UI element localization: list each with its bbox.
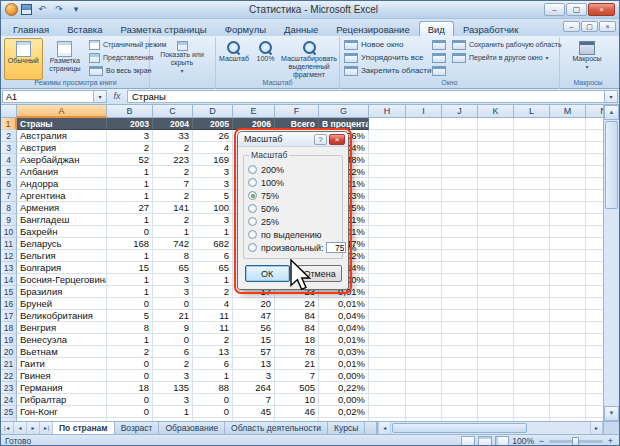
- ribbon-tab[interactable]: Формулы: [216, 21, 275, 36]
- cell[interactable]: [369, 382, 406, 394]
- row-header[interactable]: 24: [1, 394, 17, 406]
- cell[interactable]: [369, 370, 406, 382]
- cell[interactable]: [478, 274, 514, 286]
- dialog-help-icon[interactable]: ?: [314, 134, 327, 145]
- cell[interactable]: Босния-Герцеговина: [17, 274, 107, 286]
- cell[interactable]: Бруней: [17, 298, 107, 310]
- view-side-by-side-button[interactable]: [430, 64, 450, 77]
- row-header[interactable]: 18: [1, 322, 17, 334]
- cell[interactable]: [478, 250, 514, 262]
- zoom-slider[interactable]: [549, 440, 603, 443]
- cell[interactable]: [369, 286, 406, 298]
- cell[interactable]: [478, 118, 514, 130]
- radio-label[interactable]: 200%: [261, 165, 284, 175]
- cell[interactable]: [442, 286, 478, 298]
- cell[interactable]: 9: [153, 322, 193, 334]
- cell[interactable]: [550, 382, 586, 394]
- row-header[interactable]: 23: [1, 382, 17, 394]
- cell[interactable]: [406, 250, 442, 262]
- cell[interactable]: [550, 202, 586, 214]
- cell[interactable]: 4: [193, 298, 233, 310]
- cell[interactable]: [442, 370, 478, 382]
- radio-label[interactable]: 50%: [261, 204, 279, 214]
- column-header[interactable]: L: [514, 105, 550, 118]
- cell[interactable]: [369, 358, 406, 370]
- cell[interactable]: 505: [275, 382, 319, 394]
- cell[interactable]: [478, 418, 514, 421]
- cell[interactable]: 6: [153, 346, 193, 358]
- cell[interactable]: 78: [275, 346, 319, 358]
- cell[interactable]: В процентах: [319, 118, 369, 130]
- unhide-window-button[interactable]: [430, 51, 450, 64]
- cell[interactable]: [550, 358, 586, 370]
- cell[interactable]: [442, 334, 478, 346]
- cell[interactable]: 2006: [233, 118, 275, 130]
- cell[interactable]: 18: [275, 334, 319, 346]
- cell[interactable]: 0,22%: [319, 382, 369, 394]
- cell[interactable]: [478, 190, 514, 202]
- h-scroll-right-icon[interactable]: ►: [590, 422, 603, 434]
- cell[interactable]: 1: [107, 214, 153, 226]
- cell[interactable]: [550, 310, 586, 322]
- cell[interactable]: [406, 418, 442, 421]
- row-header[interactable]: 19: [1, 334, 17, 346]
- ribbon-tab[interactable]: Рецензирование: [327, 21, 418, 36]
- cell[interactable]: [442, 202, 478, 214]
- cell[interactable]: Бангладеш: [17, 214, 107, 226]
- cell[interactable]: [369, 118, 406, 130]
- cell[interactable]: Австрия: [17, 142, 107, 154]
- cell[interactable]: [514, 418, 550, 421]
- dialog-title-bar[interactable]: Масштаб ? ×: [238, 132, 348, 147]
- cell[interactable]: 1: [107, 166, 153, 178]
- radio-icon[interactable]: [248, 217, 257, 226]
- cell[interactable]: 88: [193, 382, 233, 394]
- cell[interactable]: 65: [153, 262, 193, 274]
- cell[interactable]: [406, 358, 442, 370]
- redo-icon[interactable]: ↷: [52, 3, 66, 16]
- cell[interactable]: [442, 226, 478, 238]
- formula-input[interactable]: Страны: [127, 90, 604, 103]
- column-header[interactable]: H: [369, 105, 406, 118]
- cell[interactable]: [369, 238, 406, 250]
- cell[interactable]: [550, 190, 586, 202]
- cell[interactable]: 168: [107, 238, 153, 250]
- column-header[interactable]: K: [478, 105, 514, 118]
- ribbon-tab[interactable]: Главная: [4, 21, 58, 36]
- radio-icon[interactable]: [248, 230, 257, 239]
- cell[interactable]: 3: [233, 370, 275, 382]
- cell[interactable]: [442, 418, 478, 421]
- cell[interactable]: Гаити: [17, 358, 107, 370]
- cell[interactable]: 141: [153, 202, 193, 214]
- cell[interactable]: 10: [275, 394, 319, 406]
- column-header[interactable]: C: [153, 105, 193, 118]
- cell[interactable]: [478, 238, 514, 250]
- cell[interactable]: [369, 262, 406, 274]
- cell[interactable]: Страны: [17, 118, 107, 130]
- cell[interactable]: [550, 394, 586, 406]
- sheet-tab[interactable]: Область деятельности: [225, 422, 328, 434]
- cell[interactable]: [369, 394, 406, 406]
- undo-icon[interactable]: ↶: [35, 3, 49, 16]
- cell[interactable]: [369, 334, 406, 346]
- cell[interactable]: [406, 214, 442, 226]
- sheet-tab[interactable]: Возраст: [115, 422, 160, 434]
- cell[interactable]: 0,01%: [319, 358, 369, 370]
- cell[interactable]: [514, 214, 550, 226]
- cell[interactable]: 2: [153, 190, 193, 202]
- minimize-icon[interactable]: –: [544, 3, 565, 16]
- cell[interactable]: [369, 298, 406, 310]
- radio-label[interactable]: 100%: [261, 178, 284, 188]
- cell[interactable]: [550, 418, 586, 421]
- cell[interactable]: [478, 370, 514, 382]
- insert-sheet-tab[interactable]: [365, 422, 377, 434]
- sheet-tab[interactable]: По странам: [53, 422, 115, 434]
- cell[interactable]: [442, 382, 478, 394]
- select-all-corner[interactable]: [1, 105, 17, 118]
- cell[interactable]: [478, 358, 514, 370]
- tab-nav-first-icon[interactable]: |◄: [1, 422, 14, 434]
- custom-views-button[interactable]: Представления: [87, 51, 147, 64]
- cell[interactable]: [514, 130, 550, 142]
- cell[interactable]: [514, 178, 550, 190]
- cell[interactable]: [406, 334, 442, 346]
- cell[interactable]: 4: [193, 142, 233, 154]
